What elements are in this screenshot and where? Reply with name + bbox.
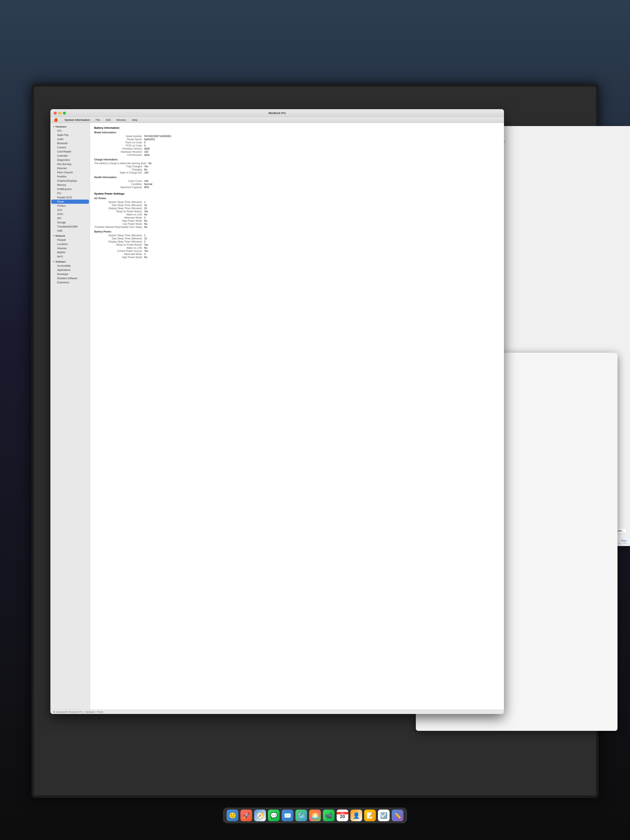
wake-lan-value: No bbox=[144, 213, 147, 216]
sidebar-item-volumes[interactable]: Volumes bbox=[51, 246, 89, 250]
network-section-header[interactable]: ▼ Network bbox=[51, 234, 90, 238]
sidebar-item-extensions[interactable]: Extensions bbox=[51, 280, 89, 284]
reminders-icon: ☑️ bbox=[380, 812, 387, 819]
window-titlebar: MacBook Pro bbox=[51, 109, 504, 117]
sidebar-item-pci[interactable]: PCI bbox=[51, 191, 89, 196]
sidebar-item-parallel-scsi[interactable]: Parallel SCSI bbox=[51, 196, 89, 200]
hardware-revision-label: Hardware Revision: bbox=[94, 150, 144, 153]
dock-item-calendar[interactable]: NOV 20 bbox=[337, 810, 348, 821]
sidebar-item-camera[interactable]: Camera bbox=[51, 145, 89, 150]
disk-sleep-row: Disk Sleep Timer (Minutes): 10 bbox=[94, 204, 500, 207]
sidebar-item-controller[interactable]: Controller bbox=[51, 154, 89, 158]
bat-display-sleep-label: Display Sleep Timer (Minutes): bbox=[94, 240, 144, 243]
bat-system-sleep-label: System Sleep Timer (Minutes): bbox=[94, 234, 144, 237]
high-power-mode-value: No bbox=[144, 219, 147, 222]
menu-file[interactable]: File bbox=[95, 118, 101, 122]
dock-item-maps[interactable]: 🗺️ bbox=[295, 810, 307, 821]
pack-lot-code-value: 0 bbox=[144, 141, 145, 144]
sidebar-item-wwan[interactable]: WWAN bbox=[51, 250, 89, 254]
health-info-subtitle: Health Information: bbox=[94, 176, 500, 179]
bat-hibernate-mode-row: Hibernate Mode: 3 bbox=[94, 253, 500, 256]
bat-hibernate-mode-value: 3 bbox=[144, 253, 145, 256]
dock-item-finder[interactable]: 🙂 bbox=[227, 810, 238, 821]
pcb-lot-code-row: PCB Lot Code: 0 bbox=[94, 144, 500, 147]
sidebar-item-fibre-channel[interactable]: Fibre Channel bbox=[51, 171, 89, 175]
sleep-power-button-value: Yes bbox=[144, 210, 148, 213]
apple-menu-icon[interactable]: 🍎 bbox=[54, 118, 58, 122]
dock-item-contacts[interactable]: 👤 bbox=[351, 810, 362, 821]
sidebar-item-disc-burning[interactable]: Disc Burning bbox=[51, 162, 89, 166]
regulatory-link[interactable]: Regu... bbox=[621, 540, 628, 542]
sidebar-item-nvmexpress[interactable]: NVMExpress bbox=[51, 187, 89, 191]
dock-item-messages[interactable]: 💬 bbox=[268, 810, 279, 821]
minimize-button[interactable] bbox=[58, 112, 61, 115]
sidebar-item-locations[interactable]: Locations bbox=[51, 242, 89, 246]
sidebar-item-power[interactable]: Power bbox=[51, 200, 89, 204]
sidebar-item-wifi[interactable]: Wi-Fi bbox=[51, 254, 89, 259]
breadcrumb-text: prueba123's MacBook Pro › Hardware › Pow… bbox=[56, 711, 104, 713]
menu-window[interactable]: Window bbox=[115, 118, 127, 122]
sidebar-item-thunderbolt-usb4[interactable]: Thunderbolt/USB4 bbox=[51, 224, 89, 229]
device-name-label: Device Name: bbox=[94, 138, 144, 141]
software-section-header[interactable]: ▼ Software bbox=[51, 260, 90, 264]
bat-sleep-power-button-label: Sleep on Power Button: bbox=[94, 243, 144, 246]
sidebar-item-accessibility[interactable]: Accessibility bbox=[51, 264, 89, 268]
sidebar-item-disabled-software[interactable]: Disabled Software bbox=[51, 276, 89, 280]
menu-system-information[interactable]: System Information bbox=[64, 118, 91, 122]
sleep-power-button-label: Sleep on Power Button: bbox=[94, 210, 144, 213]
sidebar-item-apple-pay[interactable]: Apple Pay bbox=[51, 133, 89, 137]
notes-icon: 📝 bbox=[366, 812, 374, 819]
dock-item-reminders[interactable]: ☑️ bbox=[378, 810, 390, 821]
sidebar-item-firewire[interactable]: FireWire bbox=[51, 175, 89, 179]
model-info-subtitle: Model Information: bbox=[94, 131, 500, 134]
sidebar-item-usb[interactable]: USB bbox=[51, 229, 89, 233]
software-section-label: Software bbox=[55, 261, 66, 263]
sidebar-item-applications[interactable]: Applications bbox=[51, 268, 89, 272]
device-name-row: Device Name: bq40z651 bbox=[94, 138, 500, 141]
sidebar-item-printers[interactable]: Printers bbox=[51, 204, 89, 208]
dock-item-safari[interactable]: 🧭 bbox=[254, 810, 266, 821]
dock-item-freeform[interactable]: ✏️ bbox=[392, 810, 403, 821]
fully-charged-value: Yes bbox=[144, 165, 148, 168]
dock-item-photos[interactable]: 🌅 bbox=[309, 810, 321, 821]
max-capacity-label: Maximum Capacity: bbox=[94, 186, 144, 189]
dock-item-launchpad[interactable]: 🚀 bbox=[240, 810, 252, 821]
state-of-charge-label: State of Charge (%): bbox=[94, 171, 144, 174]
sidebar-item-card-reader[interactable]: Card Reader bbox=[51, 150, 89, 154]
power-settings-title: System Power Settings: bbox=[94, 192, 500, 195]
sidebar-item-audio[interactable]: Audio bbox=[51, 137, 89, 141]
sidebar-item-bluetooth[interactable]: Bluetooth bbox=[51, 141, 89, 145]
bat-system-sleep-row: System Sleep Timer (Minutes): 1 bbox=[94, 234, 500, 237]
firmware-version-value: 0b00 bbox=[144, 147, 150, 150]
hardware-section-header[interactable]: ▼ Hardware bbox=[51, 125, 90, 129]
maps-icon: 🗺️ bbox=[298, 812, 305, 819]
dock-item-facetime[interactable]: 📹 bbox=[323, 810, 335, 821]
battery-info-section: Battery Information: Model Information: … bbox=[94, 126, 500, 189]
sidebar-item-graphics-displays[interactable]: Graphics/Displays bbox=[51, 179, 89, 183]
sidebar-item-memory[interactable]: Memory bbox=[51, 183, 89, 187]
maximize-button[interactable] bbox=[63, 112, 66, 115]
system-sleep-label: System Sleep Timer (Minutes): bbox=[94, 201, 144, 204]
bat-display-sleep-row: Display Sleep Timer (Minutes): 2 bbox=[94, 240, 500, 243]
sidebar-item-firewall[interactable]: Firewall bbox=[51, 238, 89, 242]
menu-edit[interactable]: Edit bbox=[105, 118, 111, 122]
sidebar-item-storage[interactable]: Storage bbox=[51, 220, 89, 224]
serial-number-label: Serial Number: bbox=[94, 135, 144, 138]
close-button[interactable] bbox=[54, 112, 57, 115]
bat-sleep-power-button-value: Yes bbox=[144, 243, 148, 246]
sidebar-item-developer[interactable]: Developer bbox=[51, 272, 89, 276]
sidebar-item-spi[interactable]: SPI bbox=[51, 216, 89, 220]
wake-lan-label: Wake on LAN: bbox=[94, 213, 144, 216]
menu-help[interactable]: Help bbox=[131, 118, 138, 122]
dock-item-mail[interactable]: ✉️ bbox=[282, 810, 293, 821]
sidebar-item-sas[interactable]: SAS bbox=[51, 208, 89, 212]
sidebar-item-ethernet[interactable]: Ethernet bbox=[51, 166, 89, 171]
sidebar-item-sata[interactable]: SATA bbox=[51, 212, 89, 216]
photos-icon: 🌅 bbox=[311, 812, 319, 819]
hardware-revision-row: Hardware Revision: 100 bbox=[94, 150, 500, 153]
calendar-day: 20 bbox=[340, 815, 345, 819]
battery-info-title: Battery Information: bbox=[94, 126, 500, 129]
sidebar-item-diagnostics[interactable]: Diagnostics bbox=[51, 158, 89, 162]
dock-item-notes[interactable]: 📝 bbox=[364, 810, 376, 821]
sidebar-item-ata[interactable]: ATA bbox=[51, 129, 89, 133]
